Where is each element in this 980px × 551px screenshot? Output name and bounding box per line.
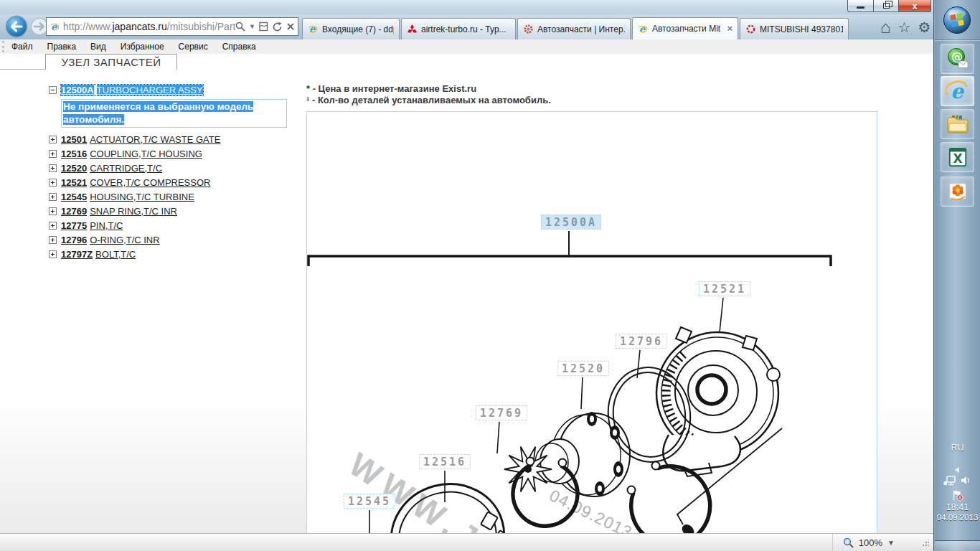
tools-gear-icon[interactable]: ⚙ bbox=[918, 19, 930, 36]
restore-button[interactable] bbox=[874, 0, 899, 12]
part-name-link[interactable]: CARTRIDGE,T/C bbox=[90, 163, 162, 174]
part-name-link[interactable]: ACTUATOR,T/C WASTE GATE bbox=[90, 134, 220, 145]
part-name-link[interactable]: COVER,T/C COMPRESSOR bbox=[90, 177, 210, 188]
search-dropdown-caret-icon[interactable]: ▼ bbox=[249, 23, 255, 30]
diagram-label-snapring[interactable]: 12769 bbox=[476, 405, 527, 420]
parts-tree-item: 12775 PIN,T/C bbox=[49, 218, 303, 232]
menu-view[interactable]: Вид bbox=[83, 42, 113, 52]
expand-plus-icon[interactable] bbox=[49, 150, 57, 158]
ie-icon: e bbox=[308, 24, 319, 34]
svg-text:e: e bbox=[51, 22, 57, 32]
section-tab-parts-unit[interactable]: УЗЕЛ ЗАПЧАСТЕЙ bbox=[45, 54, 177, 70]
taskbar-mail-agent-button[interactable]: @ bbox=[941, 44, 974, 74]
mitsubishi-logo-icon bbox=[407, 24, 418, 34]
tab-mitsubishi-part[interactable]: MITSUBISHI 49378015... bbox=[740, 18, 849, 39]
expand-plus-icon[interactable] bbox=[49, 193, 57, 201]
status-bar: 100% ▼ bbox=[0, 533, 933, 551]
minimize-button[interactable] bbox=[847, 0, 874, 12]
language-indicator[interactable]: RU bbox=[935, 443, 980, 453]
tab-airtrek-turbo[interactable]: airtrek-turbo.ru - Тур... bbox=[401, 18, 516, 39]
show-desktop-button[interactable] bbox=[935, 540, 980, 551]
internet-explorer-icon: e bbox=[946, 79, 970, 103]
part-code-link[interactable]: 12516 bbox=[61, 149, 87, 159]
part-name-link[interactable]: HOUSING,T/C TURBINE bbox=[90, 192, 194, 202]
ie-icon: e bbox=[638, 24, 649, 34]
zoom-control[interactable]: 100% ▼ bbox=[832, 534, 905, 551]
part-name-link[interactable]: SNAP RING,T/C INR bbox=[90, 206, 177, 217]
expand-plus-icon[interactable] bbox=[49, 207, 57, 215]
part-name-link[interactable]: COUPLING,T/C HOUSING bbox=[90, 149, 202, 159]
watermark-date: 04.09.2013 bbox=[547, 486, 636, 533]
parts-tree-item: 12521 COVER,T/C COMPRESSOR bbox=[49, 175, 303, 189]
tab-autoparts-internet[interactable]: Автозапчасти | Интер... bbox=[517, 18, 631, 39]
tab-inbox[interactable]: e Входящие (7) - ddp@... bbox=[302, 18, 400, 39]
start-button[interactable] bbox=[943, 6, 971, 34]
diagram-label-cartridge[interactable]: 12520 bbox=[557, 361, 609, 376]
part-code-link[interactable]: 12775 bbox=[61, 220, 87, 231]
url-path: /mitsubishi/Parts.as bbox=[167, 21, 235, 32]
action-center-flag-icon[interactable] bbox=[952, 490, 963, 501]
parts-tree-item: 12797Z BOLT,T/C bbox=[49, 247, 303, 261]
diagram-label-coupling[interactable]: 12516 bbox=[419, 454, 471, 469]
part-name-link[interactable]: BOLT,T/C bbox=[95, 249, 136, 260]
address-bar[interactable]: e http://www.japancats.ru/mitsubishi/Par… bbox=[46, 17, 298, 36]
part-code-link[interactable]: 12520 bbox=[61, 163, 87, 174]
part-code-link[interactable]: 12797Z bbox=[61, 249, 93, 260]
taskbar-explorer-button[interactable] bbox=[941, 109, 974, 139]
part-code-link[interactable]: 12545 bbox=[61, 192, 87, 202]
volume-icon[interactable] bbox=[961, 476, 971, 485]
part-name-link[interactable]: PIN,T/C bbox=[90, 220, 123, 231]
address-bar-icons: ▼ bbox=[235, 22, 295, 32]
menu-edit[interactable]: Правка bbox=[40, 42, 84, 52]
expand-plus-icon[interactable] bbox=[49, 222, 57, 230]
clock-time[interactable]: 18:41 bbox=[935, 502, 980, 512]
stop-icon[interactable] bbox=[286, 22, 295, 31]
part-code-link[interactable]: 12521 bbox=[61, 177, 87, 188]
network-icon[interactable] bbox=[943, 476, 956, 486]
titlebar[interactable]: x bbox=[0, 0, 933, 14]
menu-tools[interactable]: Сервис bbox=[171, 42, 215, 52]
expand-plus-icon[interactable] bbox=[49, 179, 57, 187]
window-controls: x bbox=[847, 0, 931, 12]
parts-tree-item: 12501 ACTUATOR,T/C WASTE GATE bbox=[49, 132, 303, 146]
tab-autoparts-mitsubishi-active[interactable]: e Автозапчасти Mits... × bbox=[632, 17, 738, 39]
parts-tree-item: 12769 SNAP RING,T/C INR bbox=[49, 204, 303, 218]
back-button[interactable] bbox=[5, 15, 28, 38]
favorites-star-icon[interactable]: ☆ bbox=[898, 19, 911, 36]
expand-plus-icon[interactable] bbox=[49, 164, 57, 172]
expand-plus-icon[interactable] bbox=[49, 236, 57, 244]
diagram-label-housing[interactable]: 12545 bbox=[344, 494, 395, 509]
taskbar-photo-gallery-button[interactable] bbox=[941, 176, 974, 207]
part-code-link[interactable]: 12501 bbox=[61, 134, 87, 145]
part-name-link[interactable]: TURBOCHARGER ASSY bbox=[97, 85, 203, 95]
search-icon[interactable] bbox=[235, 22, 245, 32]
part-name-link[interactable]: O-RING,T/C INR bbox=[90, 235, 160, 245]
resize-grip[interactable] bbox=[922, 540, 929, 547]
close-button[interactable]: x bbox=[899, 0, 931, 12]
parts-tree-item: 12545 HOUSING,T/C TURBINE bbox=[49, 189, 303, 204]
menu-file[interactable]: Файл bbox=[4, 42, 40, 52]
taskbar-separator bbox=[935, 39, 980, 40]
expand-plus-icon[interactable] bbox=[49, 250, 57, 258]
diagram-label-oring[interactable]: 12796 bbox=[616, 334, 667, 349]
taskbar-excel-button[interactable]: X bbox=[941, 142, 974, 172]
show-hidden-icons-chevron[interactable] bbox=[955, 467, 959, 473]
collapse-minus-icon[interactable] bbox=[49, 86, 57, 94]
clock-date[interactable]: 04.09.2013 bbox=[935, 513, 980, 522]
taskbar-ie-button[interactable]: e bbox=[941, 76, 974, 106]
tab-close-icon[interactable]: × bbox=[727, 24, 732, 33]
diagram-label-cover[interactable]: 12521 bbox=[699, 281, 750, 296]
zoom-caret-icon[interactable]: ▼ bbox=[887, 539, 895, 547]
selected-part-link[interactable]: 12500ATURBOCHARGER ASSY bbox=[61, 85, 203, 95]
menu-help[interactable]: Справка bbox=[215, 42, 263, 52]
compatibility-view-icon[interactable] bbox=[259, 22, 268, 32]
part-code-link[interactable]: 12500A bbox=[61, 85, 94, 95]
part-code-link[interactable]: 12769 bbox=[61, 206, 87, 217]
expand-plus-icon[interactable] bbox=[49, 136, 57, 143]
page-content: УЗЕЛ ЗАПЧАСТЕЙ 12500ATURBOCHARGER ASSY Н… bbox=[0, 54, 933, 533]
menu-favorites[interactable]: Избранное bbox=[113, 42, 171, 52]
refresh-icon[interactable] bbox=[272, 22, 283, 32]
home-icon[interactable]: ⌂ bbox=[880, 19, 891, 36]
part-code-link[interactable]: 12796 bbox=[61, 235, 87, 245]
diagram-label-assy[interactable]: 12500A bbox=[541, 215, 601, 230]
